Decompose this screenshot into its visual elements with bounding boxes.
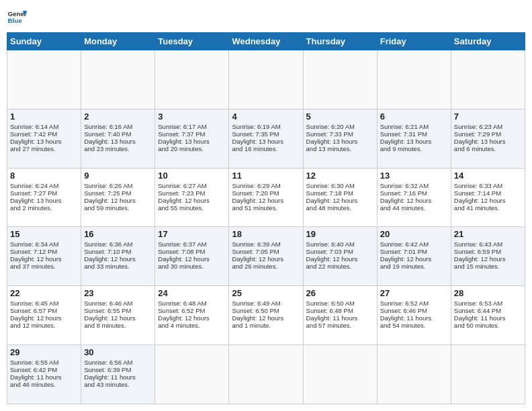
day-number: 18 bbox=[232, 229, 300, 239]
day-info: Sunrise: 6:17 AM bbox=[158, 123, 226, 130]
day-info: Daylight: 13 hours bbox=[306, 138, 374, 145]
calendar-cell: 4Sunrise: 6:19 AMSunset: 7:35 PMDaylight… bbox=[229, 109, 303, 168]
day-info: Sunrise: 6:53 AM bbox=[454, 300, 522, 307]
day-number: 7 bbox=[454, 111, 522, 122]
weekday-header: Wednesday bbox=[229, 33, 303, 50]
weekday-header: Monday bbox=[81, 33, 155, 50]
calendar-cell: 13Sunrise: 6:32 AMSunset: 7:16 PMDayligh… bbox=[377, 168, 451, 227]
calendar-cell bbox=[155, 345, 229, 404]
day-info: Daylight: 11 hours bbox=[84, 373, 152, 381]
day-info: and 15 minutes. bbox=[454, 263, 522, 270]
day-info: Daylight: 12 hours bbox=[232, 197, 300, 204]
day-info: Sunrise: 6:49 AM bbox=[232, 300, 300, 307]
day-number: 20 bbox=[380, 229, 448, 239]
weekday-header: Thursday bbox=[303, 33, 377, 50]
weekday-header: Saturday bbox=[451, 33, 525, 50]
day-info: and 33 minutes. bbox=[84, 263, 152, 270]
calendar-cell bbox=[7, 50, 81, 109]
day-info: Daylight: 12 hours bbox=[10, 314, 78, 322]
day-number: 27 bbox=[380, 288, 448, 298]
day-info: Sunrise: 6:46 AM bbox=[84, 300, 152, 307]
calendar-cell: 29Sunrise: 6:55 AMSunset: 6:42 PMDayligh… bbox=[7, 345, 81, 404]
day-info: and 13 minutes. bbox=[306, 145, 374, 152]
day-info: Daylight: 11 hours bbox=[306, 314, 374, 322]
day-info: and 43 minutes. bbox=[84, 381, 152, 388]
day-number: 23 bbox=[84, 288, 152, 298]
day-info: Sunrise: 6:16 AM bbox=[84, 123, 152, 130]
day-info: Daylight: 12 hours bbox=[232, 314, 300, 322]
day-info: Sunrise: 6:34 AM bbox=[10, 240, 78, 248]
page-header: General Blue bbox=[7, 7, 525, 27]
day-info: and 9 minutes. bbox=[380, 145, 448, 152]
calendar-cell bbox=[229, 345, 303, 404]
day-info: and 37 minutes. bbox=[10, 263, 78, 270]
day-info: Daylight: 12 hours bbox=[454, 255, 522, 263]
calendar-cell: 17Sunrise: 6:37 AMSunset: 7:08 PMDayligh… bbox=[155, 227, 229, 286]
day-info: Daylight: 12 hours bbox=[232, 255, 300, 263]
calendar-cell: 14Sunrise: 6:33 AMSunset: 7:14 PMDayligh… bbox=[451, 168, 525, 227]
day-info: Sunrise: 6:45 AM bbox=[10, 300, 78, 307]
calendar-cell: 6Sunrise: 6:21 AMSunset: 7:31 PMDaylight… bbox=[377, 109, 451, 168]
day-number: 9 bbox=[84, 171, 152, 181]
calendar-cell: 20Sunrise: 6:42 AMSunset: 7:01 PMDayligh… bbox=[377, 227, 451, 286]
day-info: Daylight: 11 hours bbox=[380, 314, 448, 322]
calendar-cell: 19Sunrise: 6:40 AMSunset: 7:03 PMDayligh… bbox=[303, 227, 377, 286]
day-info: and 50 minutes. bbox=[454, 322, 522, 329]
calendar-cell: 7Sunrise: 6:23 AMSunset: 7:29 PMDaylight… bbox=[451, 109, 525, 168]
day-info: Sunrise: 6:48 AM bbox=[158, 300, 226, 307]
day-info: Daylight: 12 hours bbox=[84, 314, 152, 322]
day-info: Sunrise: 6:20 AM bbox=[306, 123, 374, 130]
day-info: Daylight: 11 hours bbox=[454, 314, 522, 322]
day-info: and 19 minutes. bbox=[380, 263, 448, 270]
day-info: and 57 minutes. bbox=[306, 322, 374, 329]
day-info: Sunset: 6:42 PM bbox=[10, 366, 78, 373]
day-info: Sunset: 7:14 PM bbox=[454, 189, 522, 197]
calendar-cell: 16Sunrise: 6:36 AMSunset: 7:10 PMDayligh… bbox=[81, 227, 155, 286]
day-info: and 20 minutes. bbox=[158, 145, 226, 152]
day-info: and 12 minutes. bbox=[10, 322, 78, 329]
day-number: 11 bbox=[232, 171, 300, 181]
calendar-cell: 10Sunrise: 6:27 AMSunset: 7:23 PMDayligh… bbox=[155, 168, 229, 227]
calendar-cell: 24Sunrise: 6:48 AMSunset: 6:52 PMDayligh… bbox=[155, 286, 229, 345]
day-info: Sunrise: 6:26 AM bbox=[84, 182, 152, 189]
day-number: 6 bbox=[380, 111, 448, 122]
day-info: and 27 minutes. bbox=[10, 145, 78, 152]
day-number: 19 bbox=[306, 229, 374, 239]
day-number: 14 bbox=[454, 171, 522, 181]
calendar-cell: 9Sunrise: 6:26 AMSunset: 7:25 PMDaylight… bbox=[81, 168, 155, 227]
day-info: Sunrise: 6:40 AM bbox=[306, 240, 374, 248]
day-number: 29 bbox=[10, 347, 78, 357]
day-info: Sunset: 6:55 PM bbox=[84, 307, 152, 314]
day-info: and 48 minutes. bbox=[306, 204, 374, 212]
day-info: Daylight: 12 hours bbox=[380, 255, 448, 263]
day-number: 28 bbox=[454, 288, 522, 298]
day-info: Sunset: 6:57 PM bbox=[10, 307, 78, 314]
day-info: Sunrise: 6:36 AM bbox=[84, 240, 152, 248]
day-number: 12 bbox=[306, 171, 374, 181]
calendar-cell bbox=[377, 50, 451, 109]
day-info: Sunset: 7:05 PM bbox=[232, 248, 300, 255]
day-info: Sunset: 6:59 PM bbox=[454, 248, 522, 255]
calendar-cell bbox=[451, 345, 525, 404]
day-info: Sunrise: 6:33 AM bbox=[454, 182, 522, 189]
day-info: Daylight: 13 hours bbox=[454, 138, 522, 145]
calendar-cell bbox=[451, 50, 525, 109]
calendar-cell bbox=[303, 345, 377, 404]
day-info: Daylight: 12 hours bbox=[158, 197, 226, 204]
day-info: Daylight: 12 hours bbox=[158, 255, 226, 263]
day-info: Sunrise: 6:27 AM bbox=[158, 182, 226, 189]
calendar-cell bbox=[377, 345, 451, 404]
day-info: and 16 minutes. bbox=[232, 145, 300, 152]
day-info: Daylight: 13 hours bbox=[10, 197, 78, 204]
day-info: Sunset: 7:42 PM bbox=[10, 130, 78, 138]
calendar-cell bbox=[81, 50, 155, 109]
day-info: Sunrise: 6:30 AM bbox=[306, 182, 374, 189]
day-info: Sunrise: 6:55 AM bbox=[10, 359, 78, 366]
day-info: Sunrise: 6:19 AM bbox=[232, 123, 300, 130]
calendar-cell: 28Sunrise: 6:53 AMSunset: 6:44 PMDayligh… bbox=[451, 286, 525, 345]
weekday-header: Friday bbox=[377, 33, 451, 50]
day-info: and 2 minutes. bbox=[10, 204, 78, 212]
day-info: Sunset: 7:12 PM bbox=[10, 248, 78, 255]
day-info: Daylight: 12 hours bbox=[84, 197, 152, 204]
calendar-cell: 11Sunrise: 6:29 AMSunset: 7:20 PMDayligh… bbox=[229, 168, 303, 227]
